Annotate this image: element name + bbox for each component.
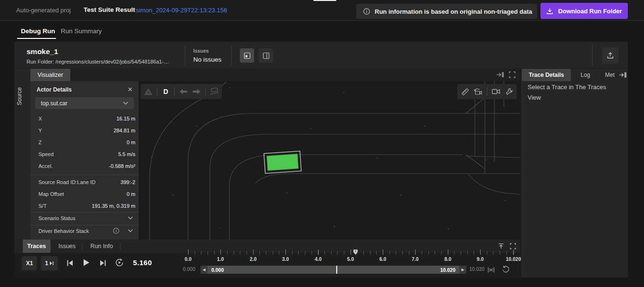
row-value: 284.81 m [114, 128, 135, 133]
info-icon [363, 8, 370, 15]
actor-row-st: S/T 191.35 m, 0.319 m [30, 200, 139, 212]
wrench-icon[interactable] [504, 86, 514, 97]
step-size-button[interactable]: 1 [41, 256, 58, 270]
active-tab-underline [17, 38, 56, 39]
hazard-triangle-icon[interactable] [143, 86, 153, 97]
download-button-label: Download Run Folder [558, 8, 622, 15]
row-value: 399:-2 [121, 179, 135, 185]
run-link[interactable]: simon_2024-09-29T22:13:23.156 [136, 7, 227, 14]
tab-metrics[interactable]: Met [600, 69, 620, 81]
fullscreen-icon[interactable] [509, 71, 516, 78]
close-icon[interactable]: ✕ [125, 84, 135, 94]
top-notch [313, 0, 336, 1]
row-value: -0.588 m/s² [109, 163, 135, 169]
upload-icon [606, 52, 614, 59]
debug-mode-letter[interactable]: D [161, 86, 170, 97]
step-label: 1 [45, 260, 48, 267]
ruler-label: 0.0 [185, 256, 192, 262]
tab-traces[interactable]: Traces [23, 240, 50, 253]
step-forward-arrow-icon[interactable] [192, 86, 201, 97]
speed-label: X1 [26, 260, 33, 267]
map-toolbar-right [457, 84, 517, 99]
major-tick [253, 250, 254, 255]
download-run-folder-button[interactable]: Download Run Folder [540, 3, 628, 19]
tab-visualizer[interactable]: Visualizer [30, 69, 70, 81]
actor-row-map-offset: Map Offset 0 m [30, 188, 139, 200]
step-forward-icon [50, 261, 54, 265]
major-tick [513, 250, 514, 255]
row-value: 0 m [127, 191, 135, 197]
major-tick [448, 250, 448, 255]
run-card: smoke_1 Run Folder: /regressions/cluster… [14, 42, 628, 278]
skip-to-end-icon[interactable] [100, 259, 106, 267]
ruler-label: 5.0 [347, 256, 354, 262]
bottom-panel: Traces Issues Run Info X1 1 [14, 240, 520, 278]
ego-vehicle[interactable] [266, 153, 299, 172]
tab-log[interactable]: Log [572, 69, 598, 81]
section-driver-behavior-stack[interactable]: Driver Behavior Stack [30, 225, 139, 238]
tab-debug-run[interactable]: Debug Run [21, 28, 55, 35]
step-back-arrow-icon[interactable] [179, 86, 188, 97]
ruler-icon[interactable] [460, 86, 470, 97]
issues-label: Issues [193, 48, 209, 54]
expand-panel-up-icon[interactable] [498, 243, 504, 250]
toolbar-separator [157, 87, 157, 96]
scroll-right-arrow[interactable]: ▶ [459, 266, 466, 274]
tab-run-info[interactable]: Run Info [84, 240, 120, 253]
info-banner-text: Run information is based on original non… [375, 8, 532, 15]
major-tick [350, 250, 351, 255]
camera-reset-icon[interactable] [474, 86, 483, 97]
actor-select-dropdown[interactable]: top.sut.car [35, 97, 134, 109]
reset-zoom-icon[interactable] [502, 265, 510, 274]
info-icon [113, 227, 120, 234]
panel-separator [30, 175, 139, 175]
trace-details-empty-message: Select a Trace in The Traces View [528, 82, 618, 103]
run-name: smoke_1 [27, 47, 58, 56]
tab-run-summary[interactable]: Run Summary [61, 28, 102, 35]
current-time-cursor [336, 266, 337, 274]
ruler-label: 10.020 [506, 256, 521, 262]
window-start: 0.000 [211, 267, 224, 273]
row-value: 5.5 m/s [118, 151, 135, 157]
app-root: Auto-generated proj Test Suite Result si… [0, 0, 644, 287]
playhead-marker[interactable] [353, 249, 358, 255]
tab-separator [120, 242, 121, 250]
road-ramp-icon[interactable] [209, 86, 219, 97]
tab-trace-details[interactable]: Trace Details [522, 69, 571, 81]
current-time: 5.160 [133, 259, 152, 267]
scroll-left-arrow[interactable]: ◀ [200, 266, 208, 274]
toolbar-separator [174, 87, 175, 96]
layout-split-view-button[interactable] [259, 48, 273, 63]
source-vertical-tab[interactable]: Source [16, 82, 28, 111]
actor-select-value: top.sut.car [41, 100, 67, 107]
row-label: X [38, 116, 42, 121]
ruler-label: 3.0 [282, 256, 289, 262]
major-tick [480, 250, 481, 255]
range-scrollbar[interactable]: 0.000 10.020 [208, 266, 459, 274]
row-label: S/T [38, 203, 47, 209]
major-tick [415, 250, 416, 255]
fit-range-icon[interactable] [487, 267, 495, 273]
section-scenario-status[interactable]: Scenario Status [30, 213, 139, 225]
actor-row-y: Y 284.81 m [30, 125, 139, 137]
playback-speed-button[interactable]: X1 [22, 256, 37, 270]
layout-panel-view-button[interactable] [240, 48, 254, 63]
ruler-label: 4.0 [315, 256, 322, 262]
collapse-panel-icon[interactable] [619, 72, 626, 78]
project-name: Auto-generated proj [16, 7, 71, 14]
replay-loop-icon[interactable] [115, 258, 124, 267]
share-run-button[interactable] [602, 47, 618, 64]
skip-to-start-icon[interactable] [66, 259, 73, 267]
row-label: Map Offset [38, 191, 64, 197]
actor-row-x: X 16.15 m [30, 113, 139, 125]
video-camera-icon[interactable] [491, 86, 501, 97]
row-label: Speed [38, 151, 54, 157]
row-label: Accel. [38, 163, 53, 169]
header-divider-2 [231, 46, 232, 65]
play-icon[interactable] [83, 259, 90, 267]
major-tick [220, 250, 221, 255]
fullscreen-icon[interactable] [510, 243, 516, 250]
collapse-right-icon[interactable] [496, 71, 504, 78]
tab-issues[interactable]: Issues [52, 240, 82, 253]
toolbar-separator [205, 87, 206, 96]
